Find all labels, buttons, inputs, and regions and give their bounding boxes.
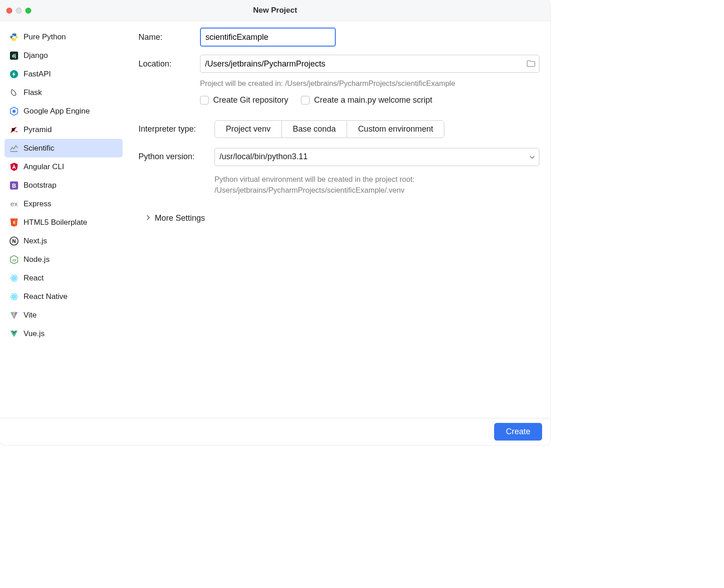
- react-native-icon: [9, 292, 19, 302]
- angular-icon: [9, 162, 19, 172]
- sidebar-item-vite[interactable]: Vite: [5, 306, 123, 324]
- sidebar-item-fastapi[interactable]: FastAPI: [5, 65, 123, 83]
- html5-icon: 5: [9, 218, 19, 228]
- sidebar-item-scientific[interactable]: Scientific: [5, 139, 123, 157]
- name-label: Name:: [138, 33, 200, 42]
- create-mainpy-checkbox[interactable]: Create a main.py welcome script: [301, 95, 432, 105]
- sidebar-item-bootstrap[interactable]: B Bootstrap: [5, 176, 123, 194]
- sidebar-item-label: Django: [24, 51, 48, 60]
- dialog-body: Pure Python dj Django FastAPI Flask Goog…: [0, 21, 550, 418]
- location-label: Location:: [138, 59, 200, 69]
- sidebar-item-google-app-engine[interactable]: Google App Engine: [5, 102, 123, 120]
- sidebar-item-label: Scientific: [24, 144, 54, 153]
- sidebar-item-pyramid[interactable]: Pyramid: [5, 120, 123, 139]
- sidebar-item-angular[interactable]: Angular CLI: [5, 157, 123, 176]
- sidebar-item-django[interactable]: dj Django: [5, 46, 123, 65]
- checkbox-icon: [301, 96, 310, 104]
- interp-option-project-venv[interactable]: Project venv: [215, 121, 282, 138]
- new-project-dialog: New Project Pure Python dj Django FastAP…: [0, 0, 550, 445]
- sidebar-item-label: Express: [24, 199, 51, 209]
- nextjs-icon: N: [9, 236, 19, 246]
- project-form: Name: Location: Project will be created …: [128, 21, 550, 418]
- sidebar-item-label: Flask: [24, 88, 42, 97]
- sidebar-item-label: React: [24, 274, 43, 283]
- python-version-row: Python version: /usr/local/bin/python3.1…: [138, 148, 539, 166]
- interp-option-custom-env[interactable]: Custom environment: [347, 121, 444, 138]
- sidebar-item-flask[interactable]: Flask: [5, 83, 123, 102]
- sidebar-item-nextjs[interactable]: N Next.js: [5, 232, 123, 250]
- sidebar-item-vuejs[interactable]: Vue.js: [5, 324, 123, 343]
- name-row: Name:: [138, 28, 539, 47]
- sidebar-item-label: Node.js: [24, 255, 50, 264]
- checkbox-label: Create a main.py welcome script: [314, 95, 432, 105]
- folder-icon: [527, 60, 535, 67]
- svg-text:5: 5: [13, 220, 15, 225]
- titlebar: New Project: [0, 0, 550, 21]
- svg-point-26: [13, 296, 15, 298]
- sidebar-item-label: Pure Python: [24, 33, 66, 42]
- location-row: Location:: [138, 55, 539, 73]
- path-hint: Project will be created in: /Users/jetbr…: [200, 78, 539, 89]
- vite-icon: [9, 310, 19, 320]
- sidebar-item-label: Pyramid: [24, 125, 52, 134]
- sidebar-item-label: Google App Engine: [24, 107, 90, 116]
- interpreter-type-segment: Project venv Base conda Custom environme…: [214, 120, 444, 138]
- checkbox-label: Create Git repository: [213, 95, 288, 105]
- python-version-value: /usr/local/bin/python3.11: [219, 152, 308, 161]
- react-icon: [9, 273, 19, 283]
- sidebar-item-label: Angular CLI: [24, 162, 64, 171]
- checkbox-row: Create Git repository Create a main.py w…: [200, 95, 539, 105]
- vuejs-icon: [9, 329, 19, 339]
- sidebar-item-nodejs[interactable]: JS Node.js: [5, 250, 123, 269]
- sidebar-item-label: FastAPI: [24, 70, 51, 79]
- sidebar-item-react-native[interactable]: React Native: [5, 287, 123, 306]
- pyramid-icon: [9, 125, 19, 135]
- chevron-right-icon: [147, 214, 150, 222]
- interpreter-row: Interpreter type: Project venv Base cond…: [138, 120, 539, 138]
- svg-text:N: N: [12, 238, 16, 244]
- bootstrap-icon: B: [9, 180, 19, 190]
- svg-text:JS: JS: [12, 258, 16, 262]
- python-version-label: Python version:: [138, 152, 214, 161]
- express-icon: ex: [9, 199, 19, 209]
- sidebar-item-label: Bootstrap: [24, 181, 57, 190]
- sidebar-item-html5[interactable]: 5 HTML5 Boilerplate: [5, 213, 123, 232]
- project-type-sidebar: Pure Python dj Django FastAPI Flask Goog…: [0, 21, 128, 418]
- venv-hint: Python virtual environment will be creat…: [214, 174, 539, 196]
- checkbox-icon: [200, 96, 209, 104]
- python-version-select[interactable]: /usr/local/bin/python3.11: [214, 148, 539, 166]
- python-icon: [9, 32, 19, 42]
- svg-point-4: [13, 109, 16, 113]
- nodejs-icon: JS: [9, 255, 19, 265]
- sidebar-item-react[interactable]: React: [5, 269, 123, 287]
- dialog-footer: Create: [0, 418, 550, 445]
- sidebar-item-label: HTML5 Boilerplate: [24, 218, 87, 227]
- svg-point-22: [13, 277, 15, 279]
- scientific-icon: [9, 143, 19, 153]
- name-input[interactable]: [200, 28, 336, 47]
- svg-text:dj: dj: [12, 53, 16, 58]
- window-title: New Project: [0, 6, 550, 15]
- google-app-engine-icon: [9, 106, 19, 116]
- chevron-down-icon: [529, 152, 535, 161]
- browse-folder-button[interactable]: [526, 59, 536, 69]
- sidebar-item-label: React Native: [24, 292, 67, 301]
- sidebar-item-label: Vue.js: [24, 329, 45, 338]
- sidebar-item-label: Next.js: [24, 237, 47, 246]
- more-settings-label: More Settings: [155, 213, 205, 223]
- django-icon: dj: [9, 51, 19, 61]
- interpreter-label: Interpreter type:: [138, 124, 214, 134]
- sidebar-item-label: Vite: [24, 311, 37, 320]
- sidebar-item-express[interactable]: ex Express: [5, 194, 123, 213]
- more-settings-toggle[interactable]: More Settings: [147, 209, 539, 223]
- create-button[interactable]: Create: [494, 423, 542, 441]
- interp-option-base-conda[interactable]: Base conda: [282, 121, 347, 138]
- svg-text:B: B: [12, 182, 16, 189]
- fastapi-icon: [9, 69, 19, 79]
- create-git-checkbox[interactable]: Create Git repository: [200, 95, 288, 105]
- location-input[interactable]: [200, 55, 539, 73]
- sidebar-item-pure-python[interactable]: Pure Python: [5, 28, 123, 46]
- flask-icon: [9, 88, 19, 98]
